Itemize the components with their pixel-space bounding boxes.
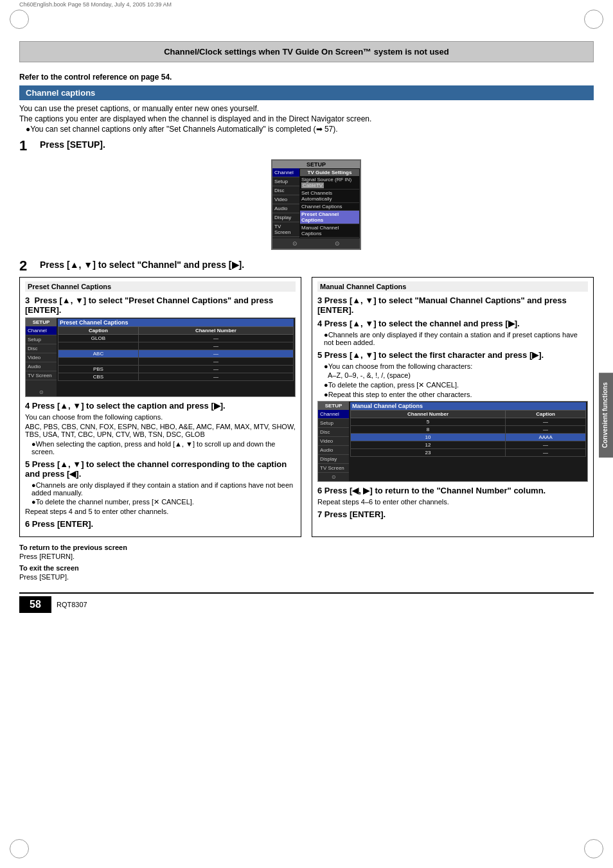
manual-sidebar-setup: Setup [318,419,349,428]
setup-main-tvguide: TV Guide Settings [300,169,359,176]
cell-caption [58,342,139,350]
intro-bullet: ●You can set channel captions only after… [26,125,594,134]
table-row: 12 — [351,441,586,449]
manual-sidebar-audio: Audio [318,446,349,455]
preset-sidebar-setup: Setup [26,335,57,344]
cell-channel: — [138,350,293,358]
setup-item-auto: Set Channels Automatically [300,190,359,203]
preset-step-6: 6 Press [ENTER]. [25,519,296,529]
manual-step-5-title: 5 Press [▲, ▼] to select the first chara… [317,350,588,360]
cell-caption: PBS [58,366,139,373]
manual-step-4: 4 Press [▲, ▼] to select the channel and… [317,319,588,346]
sidebar-video: Video [272,195,299,204]
manual-screen: SETUP Channel Setup Disc Video Audio Dis… [317,401,588,482]
manual-step-5-b2: ●To delete the caption, press [✕ CANCEL]… [324,381,588,389]
preset-repeat: Repeat steps 4 and 5 to enter other chan… [25,508,296,515]
cell-caption [58,358,139,366]
preset-col: Preset Channel Captions 3 Press [▲, ▼] t… [19,277,301,537]
table-row: GLOB — [58,335,294,342]
preset-captions-list: ABC, PBS, CBS, CNN, FOX, ESPN, NBC, HBO,… [25,423,296,438]
cell-caption: AAAA [506,434,586,441]
manual-step-3: 3 Press [▲, ▼] to select "Manual Channel… [317,296,588,315]
setup-item-signal: Signal Source (RF IN) CableTV [300,176,359,190]
preset-table: Caption Channel Number GLOB — [58,326,294,381]
manual-col-channelnum: Channel Number [351,411,506,418]
table-row: PBS — [58,366,294,373]
cell-channel: 12 [351,441,506,449]
table-row: — [58,358,294,366]
preset-sidebar-title: SETUP [26,318,57,326]
table-row: CBS — [58,373,294,381]
manual-step-5-b1: ●You can choose from the following chara… [324,362,588,370]
page-header: Channel/Clock settings when TV Guide On … [19,41,594,62]
cell-channel: 8 [351,426,506,434]
manual-step-6-repeat: Repeat steps 4–6 to enter other channels… [317,498,588,506]
sidebar-audio: Audio [272,204,299,213]
setup-screen: SETUP Channel Setup Disc Video Audio Dis… [271,159,361,250]
sidebar-tvscreen: TV Screen [272,222,299,237]
table-row: 23 — [351,449,586,457]
section-header: Channel captions [19,85,594,100]
cell-caption: ABC [58,350,139,358]
preset-step-3: 3 Press [▲, ▼] to select "Preset Channel… [25,296,296,397]
return-section: To return to the previous screen Press [… [19,544,594,560]
return-label: To return to the previous screen [19,544,594,551]
cell-channel: 5 [351,418,506,426]
manual-step-5-b3: ●Repeat this step to enter the other cha… [324,391,588,398]
exit-label: To exit the screen [19,564,594,572]
manual-sidebar-channel: Channel [318,410,349,419]
preset-step-4-bullet: ●When selecting the caption, press and h… [31,440,296,456]
setup-item-manual: Manual Channel Captions [300,224,359,238]
preset-step-3-title: 3 Press [▲, ▼] to select "Preset Channel… [25,296,296,315]
preset-sidebar-tv: TV Screen [26,371,57,380]
setup-screen-title: SETUP [272,161,360,168]
setup-item-preset: Preset Channel Captions [300,211,359,224]
manual-sidebar-tv: TV Screen [318,464,349,473]
page-number: 58 [19,596,51,613]
side-tab: Convenient functions [599,373,613,457]
cell-caption: — [506,449,586,457]
two-col-section: Preset Channel Captions 3 Press [▲, ▼] t… [19,277,594,537]
manual-chars: A–Z, 0–9, -, &, !, /, (space) [328,371,588,379]
cell-caption: — [506,426,586,434]
exit-text: Press [SETUP]. [19,573,594,581]
cell-channel: — [138,373,293,381]
step-1-num: 1 [19,139,37,153]
preset-sidebar: SETUP Channel Setup Disc Video Audio TV … [26,318,57,396]
manual-sidebar-video: Video [318,437,349,446]
manual-sidebar-title: SETUP [318,402,349,410]
table-row: ABC — [58,350,294,358]
manual-step-4-title: 4 Press [▲, ▼] to select the channel and… [317,319,588,328]
manual-col-caption: Caption [506,411,586,418]
setup-item-captions: Channel Captions [300,203,359,211]
corner-mark-br [584,839,603,858]
table-row: 8 — [351,426,586,434]
manual-step-3-title: 3 Press [▲, ▼] to select "Manual Channel… [317,296,588,315]
step-2-text: Press [▲, ▼] to select "Channel" and pre… [40,259,244,270]
cell-channel: — [138,335,293,342]
manual-sidebar: SETUP Channel Setup Disc Video Audio Dis… [318,402,349,481]
preset-sidebar-disc: Disc [26,344,57,353]
cell-channel: — [138,358,293,366]
corner-mark-tl [10,10,29,29]
setup-main: TV Guide Settings Signal Source (RF IN) … [299,168,360,238]
preset-sidebar-video: Video [26,353,57,362]
page-footer: 58 RQT8307 [19,592,594,616]
ref-line: Refer to the control reference on page 5… [19,73,594,82]
preset-step-3-num: 3 [25,296,30,305]
table-row: 5 — [351,418,586,426]
preset-step-5: 5 Press [▲, ▼] to select the channel cor… [25,459,296,515]
sidebar-setup: Setup [272,177,299,186]
intro-text-2: The captions you enter are displayed whe… [19,114,594,123]
step-1-text: Press [SETUP]. [40,139,105,150]
footer-code: RQT8307 [57,601,87,608]
preset-step-4: 4 Press [▲, ▼] to select the caption and… [25,401,296,456]
preset-col-header: Preset Channel Captions [25,281,296,292]
cell-channel: 23 [351,449,506,457]
manual-step-7-title: 7 Press [ENTER]. [317,509,588,519]
corner-mark-tr [584,10,603,29]
return-text: Press [RETURN]. [19,553,594,560]
step-1: 1 Press [SETUP]. [19,139,594,153]
preset-step-4-title: 4 Press [▲, ▼] to select the caption and… [25,401,296,411]
cell-caption: GLOB [58,335,139,342]
